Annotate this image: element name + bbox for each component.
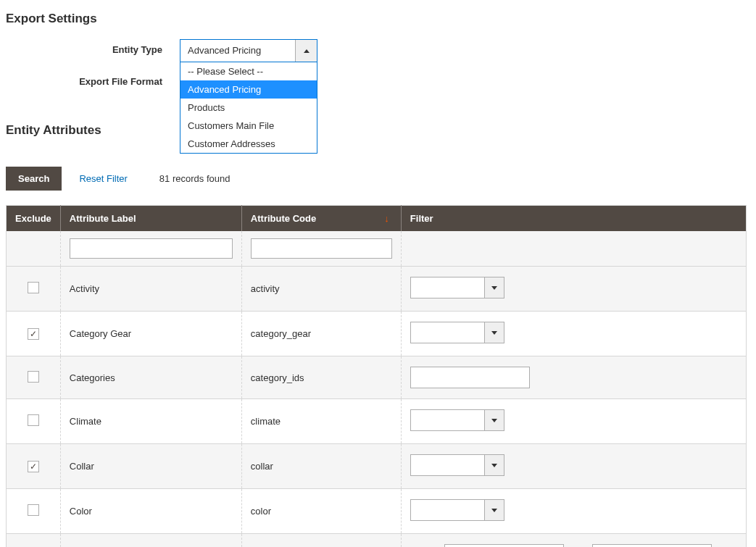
filter-select[interactable] — [410, 322, 504, 343]
exclude-cell — [7, 356, 61, 399]
exclude-cell: ✓ — [7, 444, 61, 489]
header-filter[interactable]: Filter — [401, 206, 746, 232]
entity-type-option[interactable]: Products — [180, 99, 317, 117]
filter-range: From:To: — [410, 544, 737, 547]
filter-select-value — [410, 322, 484, 343]
entity-type-select-box[interactable]: Advanced Pricing — [180, 39, 317, 62]
chevron-up-icon — [304, 49, 310, 53]
exclude-cell — [7, 399, 61, 444]
range-from-input[interactable] — [444, 544, 564, 547]
table-row: Climateclimate — [7, 399, 747, 444]
entity-type-toggle[interactable] — [295, 40, 317, 62]
filter-select-toggle[interactable] — [484, 277, 504, 298]
filter-select[interactable] — [410, 499, 504, 521]
filter-cell — [401, 356, 746, 399]
filter-cell: From:To: — [401, 534, 746, 548]
records-found: 81 records found — [159, 173, 230, 184]
exclude-checkbox[interactable]: ✓ — [28, 328, 39, 340]
reset-filter-link[interactable]: Reset Filter — [79, 173, 127, 184]
filter-select-toggle[interactable] — [484, 454, 504, 476]
entity-type-dropdown[interactable]: -- Please Select --Advanced PricingProdu… — [180, 62, 317, 154]
exclude-cell — [7, 267, 61, 312]
grid-toolbar: Search Reset Filter 81 records found — [6, 167, 750, 191]
attribute-code-cell: cost — [241, 534, 401, 548]
grid-filter-row — [7, 231, 747, 267]
chevron-down-icon — [491, 331, 497, 335]
entity-type-option[interactable]: Customers Main File — [180, 117, 317, 135]
attribute-code-cell: color — [241, 489, 401, 534]
table-row: ✓Category Gearcategory_gear — [7, 312, 747, 356]
exclude-checkbox[interactable] — [28, 504, 39, 516]
table-row: Activityactivity — [7, 267, 747, 312]
chevron-down-icon — [491, 419, 497, 422]
entity-type-option[interactable]: Advanced Pricing — [180, 80, 317, 99]
entity-type-option[interactable]: Customer Addresses — [180, 135, 317, 153]
filter-select[interactable] — [410, 454, 504, 476]
filter-select-value — [410, 409, 484, 431]
file-format-label: Export File Format — [6, 71, 180, 87]
attribute-label-cell: Color — [60, 489, 241, 534]
filter-cell — [401, 489, 746, 534]
entity-type-label: Entity Type — [6, 39, 180, 55]
exclude-checkbox[interactable] — [28, 282, 39, 293]
sort-descending-icon: ↓ — [384, 213, 389, 224]
attribute-label-cell: Climate — [60, 399, 241, 444]
exclude-checkbox[interactable] — [28, 414, 39, 426]
section-entity-attributes: Entity Attributes — [6, 123, 750, 138]
chevron-down-icon — [491, 509, 497, 512]
attribute-label-cell: Category Gear — [60, 312, 241, 356]
filter-attribute-code-input[interactable] — [251, 238, 392, 259]
filter-code-cell — [241, 231, 401, 267]
header-attribute-code-text: Attribute Code — [251, 213, 316, 224]
filter-select[interactable] — [410, 277, 504, 298]
entity-type-value: Advanced Pricing — [180, 40, 295, 62]
entity-type-row: Entity Type Advanced Pricing -- Please S… — [6, 39, 750, 62]
filter-select-value — [410, 454, 484, 476]
exclude-checkbox[interactable] — [28, 371, 39, 383]
file-format-row: Export File Format — [6, 71, 750, 87]
table-row: ✓CostcostFrom:To: — [7, 534, 747, 548]
filter-cell — [401, 267, 746, 312]
filter-cell — [401, 312, 746, 356]
filter-filter-cell — [401, 231, 746, 267]
attributes-grid: Exclude Attribute Label Attribute Code ↓… — [6, 205, 747, 547]
entity-type-option[interactable]: -- Please Select -- — [180, 62, 317, 80]
attribute-code-cell: activity — [241, 267, 401, 312]
filter-select-value — [410, 277, 484, 298]
filter-attribute-label-input[interactable] — [70, 238, 233, 259]
header-attribute-code[interactable]: Attribute Code ↓ — [241, 206, 401, 232]
attribute-code-cell: climate — [241, 399, 401, 444]
filter-select[interactable] — [410, 409, 504, 431]
filter-label-cell — [60, 231, 241, 267]
exclude-cell: ✓ — [7, 534, 61, 548]
chevron-down-icon — [491, 464, 497, 467]
range-to-input[interactable] — [592, 544, 712, 547]
attribute-label-cell: Activity — [60, 267, 241, 312]
filter-select-value — [410, 499, 484, 521]
filter-cell — [401, 444, 746, 489]
table-row: ✓Collarcollar — [7, 444, 747, 489]
filter-select-toggle[interactable] — [484, 499, 504, 521]
attribute-code-cell: collar — [241, 444, 401, 489]
attribute-label-cell: Collar — [60, 444, 241, 489]
filter-text-input[interactable] — [410, 367, 530, 388]
section-export-settings: Export Settings — [6, 12, 750, 26]
exclude-cell: ✓ — [7, 312, 61, 356]
grid-header-row: Exclude Attribute Label Attribute Code ↓… — [7, 206, 747, 232]
attribute-label-cell: Cost — [60, 534, 241, 548]
exclude-checkbox[interactable]: ✓ — [28, 461, 39, 472]
entity-type-select[interactable]: Advanced Pricing -- Please Select --Adva… — [180, 39, 317, 62]
attribute-label-cell: Categories — [60, 356, 241, 399]
attribute-code-cell: category_ids — [241, 356, 401, 399]
exclude-cell — [7, 489, 61, 534]
chevron-down-icon — [491, 286, 497, 290]
filter-cell — [401, 399, 746, 444]
header-attribute-label[interactable]: Attribute Label — [60, 206, 241, 232]
filter-select-toggle[interactable] — [484, 409, 504, 431]
filter-select-toggle[interactable] — [484, 322, 504, 343]
header-exclude[interactable]: Exclude — [7, 206, 61, 232]
search-button[interactable]: Search — [6, 167, 62, 191]
filter-exclude-cell — [7, 231, 61, 267]
table-row: Categoriescategory_ids — [7, 356, 747, 399]
table-row: Colorcolor — [7, 489, 747, 534]
